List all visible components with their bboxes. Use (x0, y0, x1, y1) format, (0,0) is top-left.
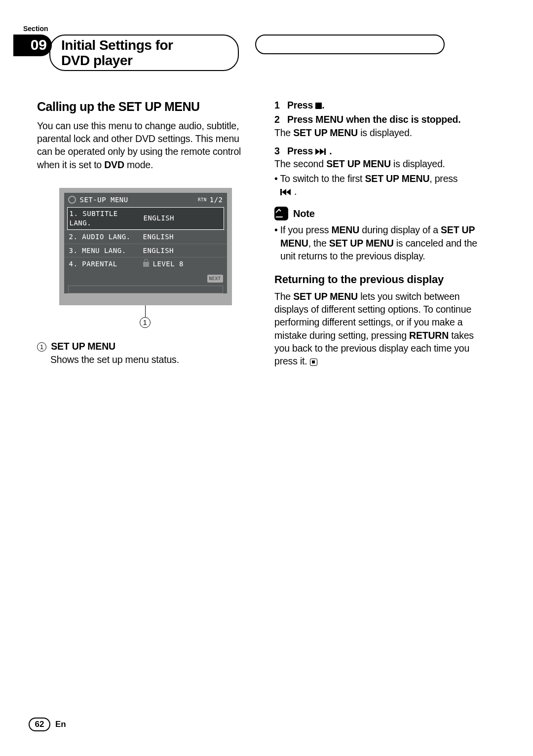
menu-row-label: 4. PARENTAL (69, 259, 143, 269)
menu-row-menulang: 3. MENU LANG. ENGLISH (64, 244, 227, 257)
menu-row-value: ENGLISH (144, 209, 222, 228)
menu-row-audio: 2. AUDIO LANG. ENGLISH (64, 230, 227, 244)
return-d: RETURN (409, 330, 449, 341)
menu-row-label: 3. MENU LANG. (69, 246, 143, 255)
svg-rect-2 (324, 148, 326, 155)
step2-num: 2 (274, 113, 287, 126)
section-number: 09 (13, 35, 52, 56)
chapter-title-line1: Initial Settings for (61, 37, 173, 53)
chapter-header: 09 Initial Settings for DVD player (13, 36, 491, 72)
menu-logo-icon (68, 196, 76, 204)
note-b: MENU (331, 224, 359, 235)
page-footer: 62 En (29, 718, 66, 731)
stop-icon (315, 103, 322, 109)
svg-marker-5 (286, 189, 291, 195)
intro-bold: DVD (104, 159, 124, 170)
return-a: The (274, 291, 293, 302)
step3-line1-b: SET UP MENU (326, 158, 391, 169)
svg-marker-0 (315, 148, 320, 155)
setup-menu-screenshot: SET-UP MENU RTN 1/2 1. SUBTITLE LANG. EN… (59, 188, 232, 328)
left-heading: Calling up the SET UP MENU (37, 99, 254, 115)
step3-bullet-a: To switch to the first (280, 173, 365, 184)
note-e: , the (308, 238, 329, 249)
return-b: SET UP MENU (293, 291, 358, 302)
svg-rect-3 (280, 189, 282, 195)
menu-row-value: LEVEL 8 (143, 259, 222, 269)
menu-rtn-label: RTN (198, 197, 207, 203)
svg-marker-1 (320, 148, 324, 155)
page-number: 62 (29, 718, 50, 731)
legend-number: 1 (37, 342, 46, 352)
menu-row-label: 1. SUBTITLE LANG. (70, 209, 144, 228)
step1-label: Press (287, 100, 315, 110)
chapter-title-bubble: Initial Settings for DVD player (49, 35, 239, 71)
note-icon (274, 207, 288, 220)
menu-row-value: ENGLISH (143, 246, 222, 255)
step2-body-b: SET UP MENU (293, 127, 358, 138)
note-f: SET UP MENU (329, 238, 394, 249)
chapter-title-line2: DVD player (61, 53, 132, 68)
lock-icon (143, 262, 149, 267)
step3-bullet-c: , press (429, 173, 457, 184)
step3-line1-c: is displayed. (391, 158, 445, 169)
menu-title: SET-UP MENU (80, 195, 198, 205)
menu-row-value: ENGLISH (143, 232, 222, 242)
legend: 1 SET UP MENU Shows the set up menu stat… (37, 340, 254, 366)
step3-bullet-b: SET UP MENU (365, 173, 430, 184)
callout-number: 1 (140, 317, 151, 328)
empty-header-bubble (255, 35, 445, 54)
svg-marker-4 (282, 189, 286, 195)
skip-back-icon (280, 189, 294, 195)
legend-desc: Shows the set up menu status. (50, 353, 179, 366)
menu-row-label: 2. AUDIO LANG. (69, 232, 143, 242)
stop-outline-icon (310, 359, 317, 366)
legend-title: SET UP MENU (51, 341, 115, 352)
return-heading: Returning to the previous display (274, 272, 491, 287)
right-column: 1Press . 2Press MENU when the disc is st… (274, 99, 491, 368)
menu-page-indicator: 1/2 (210, 195, 223, 205)
intro-text-2: mode. (124, 159, 153, 170)
step3-num: 3 (274, 144, 287, 157)
section-label: Section (23, 25, 491, 33)
step2-body-a: The (274, 127, 293, 138)
note-c: during display of a (359, 224, 441, 235)
left-column: Calling up the SET UP MENU You can use t… (37, 99, 254, 368)
step2-body-c: is displayed. (358, 127, 412, 138)
menu-scroll-bar (68, 286, 223, 293)
menu-row-subtitle: 1. SUBTITLE LANG. ENGLISH (67, 207, 224, 230)
menu-next-button: NEXT (207, 275, 223, 283)
step3-label: Press (287, 145, 315, 156)
menu-row-parental: 4. PARENTAL LEVEL 8 (64, 257, 227, 271)
skip-forward-icon (315, 148, 329, 155)
note-label: Note (293, 207, 315, 220)
step3-line1-a: The second (274, 158, 326, 169)
step1-num: 1 (274, 99, 287, 111)
page-language: En (55, 720, 66, 729)
note-a: If you press (280, 224, 332, 235)
step2-label: Press MENU when the disc is stopped. (287, 114, 460, 125)
